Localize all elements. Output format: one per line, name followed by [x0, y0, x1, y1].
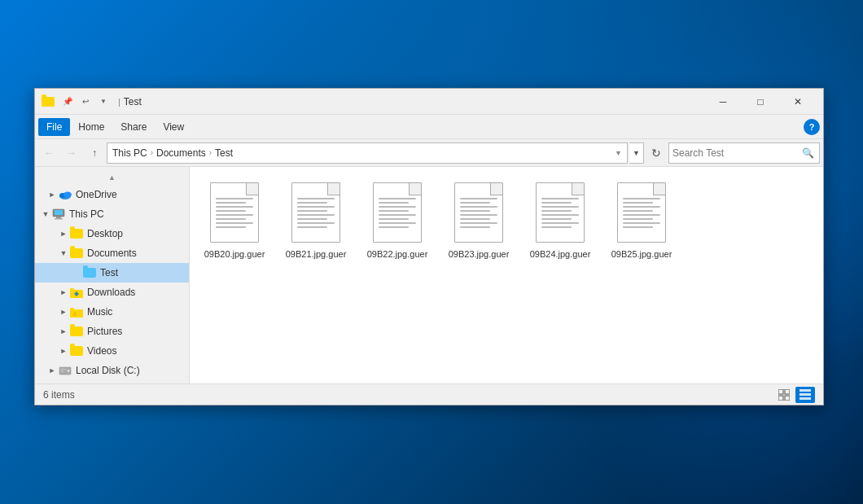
svg-rect-4 — [55, 210, 63, 215]
file-content-panel: 09B20.jpg.guer 09B21.jpg.guer — [190, 167, 823, 383]
sidebar-item-videos[interactable]: ► Videos — [35, 341, 189, 361]
svg-rect-23 — [799, 393, 811, 396]
documents-folder-icon — [69, 246, 84, 261]
sidebar-item-downloads[interactable]: ► Downloads — [35, 283, 189, 302]
file-item-3[interactable]: 09B23.jpg.guer — [442, 175, 515, 265]
music-folder-icon: ♫ — [69, 305, 84, 319]
sidebar-label-localdisk: Local Disk (C:) — [76, 365, 140, 376]
address-dropdown-button[interactable]: ▼ — [629, 142, 644, 164]
svg-rect-17 — [60, 370, 64, 371]
menu-file[interactable]: File — [38, 118, 70, 136]
search-box: 🔍 — [668, 142, 820, 164]
minimize-button[interactable]: ─ — [704, 89, 742, 115]
refresh-button[interactable]: ↻ — [646, 142, 667, 164]
localdisk-icon — [58, 363, 72, 378]
svg-rect-24 — [799, 397, 811, 400]
file-icon-container-1 — [287, 180, 345, 245]
file-icon-container-4 — [531, 180, 589, 245]
sidebar-scroll-up[interactable]: ▲ — [107, 172, 118, 183]
path-part-documents: Documents — [156, 147, 206, 159]
file-name-5: 09B25.jpg.guer — [611, 248, 672, 260]
grid-view-button[interactable] — [774, 387, 794, 403]
sidebar-item-localdisk[interactable]: ► Local Disk (C:) — [35, 361, 189, 380]
svg-rect-19 — [785, 389, 790, 394]
sidebar-label-documents: Documents — [87, 248, 137, 259]
search-input[interactable] — [672, 147, 799, 159]
sidebar-item-pictures[interactable]: ► Pictures — [35, 322, 189, 341]
maximize-button[interactable]: □ — [742, 89, 779, 115]
file-item-0[interactable]: 09B20.jpg.guer — [198, 175, 271, 265]
pin-button[interactable]: 📌 — [59, 94, 76, 110]
sidebar-label-thispc: This PC — [69, 208, 104, 220]
file-item-2[interactable]: 09B22.jpg.guer — [361, 175, 434, 265]
search-icon[interactable]: 🔍 — [799, 145, 816, 161]
file-item-4[interactable]: 09B24.jpg.guer — [523, 175, 597, 265]
undo-button[interactable]: ↩ — [77, 94, 94, 110]
file-name-0: 09B20.jpg.guer — [204, 248, 265, 260]
doc-icon-5 — [617, 182, 666, 243]
file-icon-container-0 — [205, 180, 264, 245]
svg-rect-21 — [785, 396, 790, 401]
svg-rect-20 — [778, 396, 783, 401]
expand-arrow-localdisk: ► — [46, 366, 58, 375]
test-folder-icon — [82, 265, 97, 280]
expand-arrow-thispc: ▼ — [40, 210, 51, 218]
menu-view[interactable]: View — [155, 118, 192, 136]
up-button[interactable]: ↑ — [84, 142, 105, 164]
expand-arrow-onedrive: ► — [46, 191, 58, 199]
file-item-1[interactable]: 09B21.jpg.guer — [279, 175, 353, 265]
svg-rect-5 — [56, 217, 61, 218]
expand-arrow-music: ► — [58, 308, 69, 316]
thispc-icon — [51, 207, 66, 221]
expand-arrow-documents: ▼ — [58, 249, 69, 257]
sidebar-item-test[interactable]: Test — [35, 263, 189, 283]
sidebar-item-documents[interactable]: ▼ Documents — [35, 243, 189, 263]
path-part-thispc: This PC — [112, 147, 147, 159]
sidebar-label-videos: Videos — [87, 345, 116, 357]
help-button[interactable]: ? — [804, 119, 820, 135]
view-toggle-buttons — [774, 387, 815, 403]
sidebar: ▲ ► OneDrive ▼ This PC ► — [35, 167, 190, 383]
file-icon-container-2 — [368, 180, 427, 245]
expand-arrow-pictures: ► — [58, 327, 69, 335]
desktop-folder-icon — [69, 226, 84, 241]
statusbar: 6 items — [35, 383, 823, 405]
forward-button[interactable]: → — [61, 142, 82, 164]
file-item-5[interactable]: 09B25.jpg.guer — [605, 175, 678, 265]
svg-text:♫: ♫ — [72, 310, 77, 318]
sidebar-item-music[interactable]: ► ♫ Music — [35, 302, 189, 322]
qa-dropdown-button[interactable]: ▼ — [95, 94, 112, 110]
svg-rect-9 — [70, 288, 74, 291]
videos-folder-icon — [69, 344, 84, 358]
file-name-1: 09B21.jpg.guer — [286, 248, 347, 260]
menu-share[interactable]: Share — [112, 118, 155, 136]
menu-home[interactable]: Home — [70, 118, 112, 136]
large-icon-view-button[interactable] — [795, 387, 815, 403]
sidebar-label-music: Music — [87, 306, 112, 318]
downloads-folder-icon — [69, 285, 84, 300]
file-name-4: 09B24.jpg.guer — [530, 248, 591, 260]
expand-arrow-downloads: ► — [58, 288, 69, 296]
doc-icon-4 — [536, 182, 585, 243]
sidebar-item-thispc[interactable]: ▼ This PC — [35, 204, 189, 224]
address-path[interactable]: This PC › Documents › Test ▼ — [107, 142, 628, 164]
file-name-2: 09B22.jpg.guer — [367, 248, 428, 260]
pictures-folder-icon — [69, 324, 84, 339]
sidebar-item-onedrive[interactable]: ► OneDrive — [35, 185, 189, 204]
svg-rect-22 — [799, 389, 811, 392]
back-button[interactable]: ← — [38, 142, 59, 164]
svg-point-2 — [64, 191, 72, 197]
expand-arrow-desktop: ► — [58, 230, 69, 238]
sidebar-item-desktop[interactable]: ► Desktop — [35, 224, 189, 243]
doc-icon-1 — [291, 182, 340, 243]
sidebar-label-test: Test — [100, 267, 118, 278]
sidebar-label-pictures: Pictures — [87, 326, 122, 337]
main-content: ▲ ► OneDrive ▼ This PC ► — [35, 167, 823, 383]
path-part-test: Test — [215, 147, 233, 159]
close-button[interactable]: ✕ — [779, 89, 817, 115]
file-name-3: 09B23.jpg.guer — [449, 248, 510, 260]
file-icon-container-5 — [612, 180, 671, 245]
file-icon-container-3 — [449, 180, 508, 245]
svg-point-15 — [67, 369, 70, 372]
file-explorer-window: 📌 ↩ ▼ | Test ─ □ ✕ File Home Share View … — [34, 88, 824, 405]
